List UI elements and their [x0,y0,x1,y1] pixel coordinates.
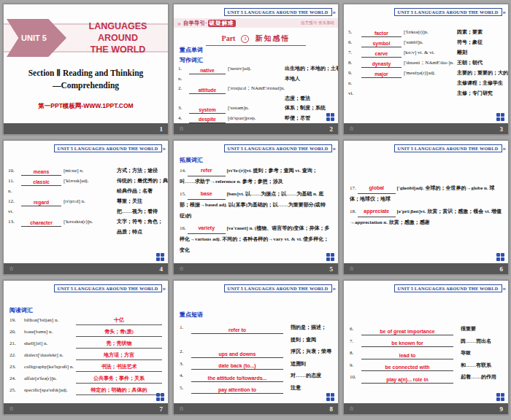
phrase-answer: be known for [361,338,453,347]
slide-thumbnail-6[interactable]: UNIT 5 LANGUAGES AROUND THE WORLD » 17.g… [343,140,509,275]
unit-header-box: UNIT 5 LANGUAGES AROUND THE WORLD [224,8,332,16]
vocab-item: 18.appreciate [ə'pri:ʃieɪt]vt. 欣赏；赏识；感激；… [350,206,502,228]
star-icon: ☆ [349,265,354,272]
slide-thumbnail-1[interactable]: UNIT 5 LANGUAGES AROUND THE WORLD Sectio… [3,4,169,135]
nav-badge-icon[interactable] [496,393,504,401]
vocab-row: 9. major ['meɪdʒə(r)]adj. 主要的；重要的；大的 [344,68,508,78]
slide-8-footer: ☆ 8 [174,403,338,414]
page-number: 2 [330,125,334,133]
slide-thumbnail-3[interactable]: UNIT 5 LANGUAGES AROUND THE WORLD » 5. f… [343,4,509,135]
banner-subtitle: 自主预习·夯实基础 [301,20,334,26]
vocab-row: 25. specific[spə'sɪfɪk]adj. 特定的；明确的；具体的 [4,384,168,396]
unit-header-box: UNIT 5 LANGUAGES AROUND THE WORLD [224,284,332,292]
star-icon: ☆ [179,405,184,412]
phrase-row: 5. pay attention to 注意 [174,382,338,394]
nav-badge-icon[interactable] [326,393,334,401]
phrase-answer: ups and downs [191,349,283,358]
nav-badge-icon[interactable] [326,253,334,261]
page-number: 1 [160,125,164,133]
page-number: 5 [330,265,334,273]
phrase-list: 6. be of great importance 很重要 7. be know… [344,292,508,384]
slide-thumbnail-7[interactable]: UNIT 5 LANGUAGES AROUND THE WORLD » 阅读词汇… [3,280,169,415]
vocab-row: 4. despite [dɪ'spaɪt]prep. 即便；尽管 [174,114,338,124]
vocab-paragraphs: 17.global ['ɡləʊbl]adj. 全球的；全世界的→globe n… [344,152,508,228]
vocab-row: 7. carve [kɑ:v] vt. & vi. 雕刻 [344,47,508,58]
nav-badge-icon[interactable] [496,113,504,121]
vocab-row: 21. shell[ʃel] n. 壳；壳状物 [4,338,168,349]
unit-header-box: UNIT 5 LANGUAGES AROUND THE WORLD [224,144,332,152]
cover-title: LANGUAGES AROUND THE WORLD [68,20,168,56]
vocab-list: 10. means [mi:nz] n. 方式；方法；途径 11. classi… [4,152,168,237]
vocab-row: 22. dialect['daɪəlekt] n. 地方话；方言 [4,349,168,361]
phrase-row: 6. be of great importance 很重要 [344,323,508,335]
nav-badge-icon[interactable] [156,253,164,261]
chevron-right-icon: » [163,285,166,292]
slide-thumbnail-9[interactable]: UNIT 5 LANGUAGES AROUND THE WORLD » 6. b… [343,280,509,415]
vocab-word: appreciate [358,206,396,217]
slide-thumbnail-8[interactable]: UNIT 5 LANGUAGES AROUND THE WORLD » 重点短语… [173,280,339,415]
vocab-word: refer [188,165,226,176]
section-title-line1: Section Ⅱ Reading and Thinking [4,67,168,79]
vocab-row: 19. billion['bɪljən] n. 十亿 [4,314,168,326]
vocab-list: 5. factor ['fæktə(r)]n. 因素；要素 6. symbol … [344,16,508,98]
vocab-word: base [188,188,226,200]
unit-header-box: UNIT 5 LANGUAGES AROUND THE WORLD [394,284,502,292]
unit-header: UNIT 5 LANGUAGES AROUND THE WORLD » [174,4,338,16]
nav-badge-icon[interactable] [156,393,164,401]
answer-text: 书法；书法艺术 [76,362,162,372]
phrase-answer: play a(n)... role in [361,374,453,384]
slide-7-body: UNIT 5 LANGUAGES AROUND THE WORLD » 阅读词汇… [4,281,168,403]
subhead-writing-vocab: 写作词汇 [174,54,338,64]
vocab-word: native [189,66,226,74]
chevron-right-icon: » [333,145,337,152]
vocab-paragraphs: 拓展词汇 14.refer [rɪ'fɜ:(r)]vi. 提到；参考；查阅 vt… [174,152,338,256]
vocab-row: 23. calligraphy[kə'lɪɡrəfi] n. 书法；书法艺术 [4,361,168,373]
slide-2-footer: ☆ 2 [174,123,338,134]
vocab-row: 8. dynasty ['dɪnəsti；NAmE'daɪ-]n. 王朝；朝代 [344,58,508,68]
phrase-answer: lead to [361,350,453,359]
slide-9-body: UNIT 5 LANGUAGES AROUND THE WORLD » 6. b… [344,281,508,403]
vocab-row: 12. regard [rɪ'ɡɑ:d] n. 尊重；关注 [4,196,168,206]
answer-text: 特定的；明确的；具体的 [76,386,162,395]
slide-thumbnail-5[interactable]: UNIT 5 LANGUAGES AROUND THE WORLD » 拓展词汇… [173,140,339,275]
vocab-row: n. 经典作品；名著 [4,186,168,196]
vocab-row: n. 本地人 [174,74,338,85]
phrase-answer: be of great importance [361,326,453,335]
vocab-word: regard [21,198,61,206]
chevron-right-icon: » [333,285,337,292]
phrase-answer: date back (to...) [191,360,283,370]
answer-text: 壳；壳状物 [76,339,162,349]
vocab-row: 1. native ['neɪtɪv]adj. 出生地的；本地的；土著的 [174,64,338,74]
unit-header-box: UNIT 5 LANGUAGES AROUND THE WORLD [54,284,162,292]
phrase-row: 9. be connected with 和……有联系 [344,359,508,372]
slide-thumbnail-4[interactable]: UNIT 5 LANGUAGES AROUND THE WORLD » 10. … [3,140,169,275]
phrase-answer: be connected with [361,362,453,371]
unit-label: UNIT 5 [21,34,47,42]
part-number-circle: 1 [241,35,249,43]
vocab-word: character [21,218,61,227]
cover-banner: UNIT 5 LANGUAGES AROUND THE WORLD [4,23,168,52]
chevron-right-icon: » [503,9,507,15]
vocab-word: means [21,167,61,176]
vocab-word: global [358,182,396,194]
part-label: Part [222,34,236,42]
slide-2-body: UNIT 5 LANGUAGES AROUND THE WORLD » » 自学… [174,4,338,123]
answer-text: 骨头；骨(质) [76,327,162,337]
slide-4-footer: ☆ 4 [4,263,168,274]
chevron-right-icon: » [163,145,166,152]
unit-header: UNIT 5 LANGUAGES AROUND THE WORLD » [4,141,168,152]
vocab-row: 13. character ['kærəktə(r)]n. 文字；符号；角色； [4,217,168,227]
phrase-row: 4. the attitude to/towards... 对……的态度 [174,370,338,382]
star-icon: ☆ [179,265,184,272]
unit-header: UNIT 5 LANGUAGES AROUND THE WORLD » [344,281,508,292]
unit-header: UNIT 5 LANGUAGES AROUND THE WORLD » [344,4,508,16]
page-number: 8 [330,405,334,413]
vocab-item: 15.base [beɪs]vt. 以……为据点；以……为基础 n. 底部；根据… [180,188,332,222]
vocab-word: classic [21,177,61,186]
slide-thumbnail-2[interactable]: UNIT 5 LANGUAGES AROUND THE WORLD » » 自学… [173,4,339,135]
nav-badge-icon[interactable] [326,113,334,121]
star-icon: ☆ [179,125,184,132]
unit-header-box: UNIT 5 LANGUAGES AROUND THE WORLD [394,8,502,16]
cover-title-line2: THE WORLD [68,44,168,55]
nav-badge-icon[interactable] [496,253,504,261]
